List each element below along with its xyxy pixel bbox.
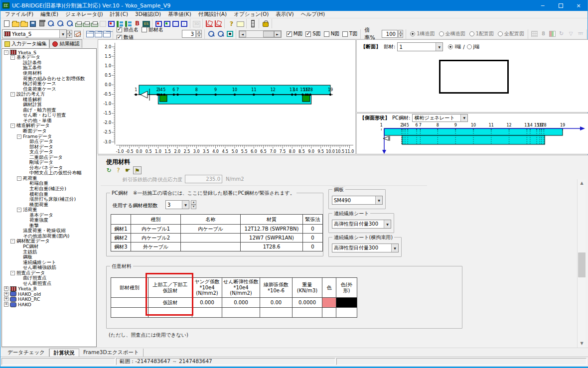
checkbox-節点名[interactable]: 節点名 — [117, 26, 139, 33]
table-cell[interactable]: 仮設材 — [148, 298, 192, 308]
scale-value-box[interactable]: 100 — [382, 30, 398, 38]
tree-item[interactable]: -照査点データ — [2, 270, 96, 276]
end-j-radio[interactable]: j端 — [467, 43, 480, 50]
delete-icon[interactable] — [39, 21, 44, 26]
collapse-icon[interactable]: - — [10, 271, 15, 275]
table-cell[interactable] — [293, 308, 322, 318]
tree-item[interactable]: 基本データ — [2, 213, 96, 218]
collapse-icon[interactable]: - — [10, 92, 15, 97]
value-digits-spinner[interactable]: ▲▼ — [196, 30, 201, 38]
draft-view-1-icon[interactable] — [206, 20, 213, 27]
zoom-in-icon[interactable] — [66, 20, 74, 27]
table-cell[interactable]: 鋼材3 — [111, 243, 131, 251]
scroll-down-icon[interactable]: ▼ — [578, 340, 586, 348]
member-select[interactable]: 1▼ — [397, 42, 443, 51]
scale-spinner[interactable]: ▲▼ — [398, 30, 403, 38]
table-cell[interactable]: 内ケーブル2 — [131, 234, 181, 243]
steel-count-spinner[interactable]: ▲▼ — [191, 200, 196, 209]
checkbox-T図[interactable]: T図 — [342, 30, 357, 37]
fiber-sheet-select[interactable]: 高弾性型目付量300▼ — [332, 220, 391, 229]
menu-item[interactable]: 基準値(K) — [164, 11, 195, 18]
menu-item[interactable]: 編集(E) — [37, 11, 62, 18]
table-cell[interactable] — [181, 243, 241, 251]
table-cell[interactable] — [336, 308, 357, 318]
table-cell[interactable]: 鋼材2 — [111, 234, 131, 243]
table-cell[interactable] — [111, 308, 148, 318]
steel-plate-select[interactable]: SM490▼ — [332, 196, 383, 205]
scroll-thumb[interactable] — [578, 252, 586, 277]
tree-item[interactable]: 中間支点上の仮想分布幅 — [2, 171, 96, 176]
print-preview-icon[interactable] — [83, 23, 90, 27]
table-cell[interactable]: 鋼材1 — [111, 225, 131, 234]
draft-view-2-icon[interactable] — [215, 20, 222, 27]
window-layout-2-icon[interactable] — [95, 31, 102, 37]
tree-item[interactable]: PC鋼材 — [2, 244, 96, 249]
print-icon[interactable] — [75, 23, 82, 27]
table-cell[interactable] — [148, 308, 192, 318]
fiber-sheet-lateral-select[interactable]: 高弾性型目付量300▼ — [332, 244, 399, 252]
zoom-out-icon[interactable] — [47, 20, 55, 27]
table-cell[interactable]: 12W7 (SWPR1AN) — [241, 234, 303, 243]
tree-item[interactable]: 主鉄筋 — [2, 249, 96, 255]
tree-item[interactable]: -基本データ — [2, 55, 96, 61]
license-lock-icon[interactable] — [263, 22, 269, 27]
table-cell[interactable] — [181, 234, 241, 243]
menu-item[interactable]: 計算(C) — [107, 11, 132, 18]
table-cell[interactable] — [111, 298, 148, 308]
collapse-icon[interactable]: - — [4, 50, 8, 55]
table-cell[interactable]: 0 — [303, 234, 323, 243]
hint-icon[interactable] — [237, 21, 244, 27]
maximize-button[interactable] — [552, 0, 570, 11]
radio-全構造図[interactable]: 全構造図 — [439, 30, 465, 37]
checkbox-M図[interactable]: M図 — [287, 30, 303, 37]
window-layout-3-icon[interactable] — [103, 31, 111, 37]
ruler-icon[interactable] — [251, 20, 255, 27]
table-cell[interactable]: 0.000 — [192, 298, 222, 308]
table-cell[interactable] — [222, 308, 260, 318]
view-zoom-out-icon[interactable] — [207, 30, 216, 38]
minimize-button[interactable]: ─ — [534, 0, 552, 11]
tree-item[interactable]: 場所打ち床版(補正分) — [2, 197, 96, 202]
tree-item[interactable]: 構造解析 — [2, 97, 96, 103]
tab-input-data-edit[interactable]: 入力データ編集 — [1, 39, 49, 48]
scroll-right-icon[interactable]: ► — [274, 31, 281, 37]
tree-item[interactable]: +Yketa_B — [2, 286, 96, 292]
table-cell[interactable] — [322, 298, 336, 308]
tree-item[interactable]: -設計の考え方 — [2, 92, 96, 97]
scroll-up-icon[interactable]: ▲ — [578, 179, 586, 187]
menu-item[interactable]: ヘルプ(H) — [297, 11, 328, 18]
collapse-icon[interactable]: - — [17, 208, 21, 212]
menu-item[interactable]: 3D確認(D) — [132, 11, 164, 18]
collapse-icon[interactable]: - — [17, 134, 21, 139]
model-select[interactable]: Yketa_S▼ — [2, 29, 67, 38]
menu-item[interactable]: 付属設計(A) — [195, 11, 230, 18]
checkbox-部材名[interactable]: 部材名 — [142, 26, 163, 33]
tree-item[interactable]: -鋼材配置データ — [2, 239, 96, 245]
structure-diagram-view[interactable]: 2.01.51.00.50.0-0.5-1.0-1.5-2.0-2.5-3.0-… — [98, 39, 356, 154]
collapse-icon[interactable]: - — [10, 55, 15, 60]
refresh-icon[interactable]: ↻ — [105, 166, 113, 174]
table-cell[interactable] — [192, 308, 222, 318]
menu-item[interactable]: ファイル(F) — [1, 11, 37, 18]
guide-icon[interactable]: ☛ — [124, 166, 132, 174]
expand-icon[interactable]: + — [4, 286, 8, 291]
checkbox-S図[interactable]: S図 — [305, 30, 320, 37]
tree-item[interactable]: -構造解析データ — [2, 123, 96, 129]
shear-rebar-yield-value[interactable]: 235.0 — [185, 175, 222, 183]
close-button[interactable]: × — [570, 0, 588, 11]
table-cell[interactable]: 内ケーブル — [181, 225, 241, 234]
expand-icon[interactable]: + — [4, 292, 8, 296]
table-cell[interactable]: 0.00 — [260, 298, 293, 308]
scroll-left-icon[interactable]: ◄ — [239, 31, 246, 37]
print-setup-icon[interactable] — [91, 23, 98, 27]
tree-item[interactable]: せん断照査点 — [2, 281, 96, 286]
view-zoom-in-icon[interactable] — [217, 30, 225, 38]
view-hscrollbar[interactable]: ◄ ► — [239, 30, 282, 38]
tree-item[interactable]: +HAKO_RC — [2, 297, 96, 302]
zoom-window-icon[interactable] — [56, 20, 65, 27]
value-digits-box[interactable]: 3 — [182, 30, 196, 38]
table-cell[interactable]: 0 — [303, 225, 323, 234]
checkbox-N図[interactable]: N図 — [324, 30, 339, 37]
scroll-thumb[interactable] — [263, 31, 274, 37]
help-icon[interactable]: ? — [114, 166, 123, 174]
